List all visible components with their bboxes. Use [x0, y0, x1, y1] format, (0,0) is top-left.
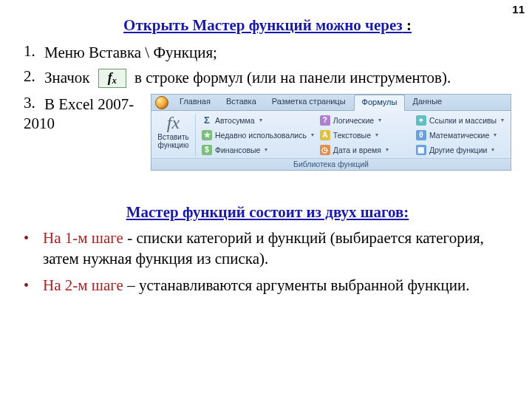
financial-icon: $ — [202, 145, 212, 155]
lookup-button[interactable]: ⌖Ссылки и массивы▾ — [416, 114, 506, 127]
fx-icon: fx — [98, 69, 126, 88]
chevron-down-icon: ▾ — [494, 132, 497, 138]
chevron-down-icon: ▾ — [259, 117, 262, 123]
ribbon-body: fx Вставить функцию ΣАвтосумма▾ ?Логичес… — [151, 111, 511, 158]
chevron-down-icon: ▾ — [375, 132, 378, 138]
heading-text: Открыть Мастер функций можно через — [123, 16, 403, 34]
chevron-down-icon: ▾ — [311, 132, 314, 138]
insert-function-label: Вставить функцию — [156, 133, 191, 149]
clock-icon: ◷ — [320, 145, 330, 155]
list-text: В Excel 2007- — [44, 94, 143, 115]
chevron-down-icon: ▾ — [386, 146, 389, 153]
recent-button[interactable]: ★Недавно использовались▾ — [202, 129, 314, 142]
list-left-column: 3. В Excel 2007- 2010 — [24, 94, 143, 133]
page-number: 11 — [512, 3, 525, 16]
btn-label: Логические — [333, 116, 374, 125]
btn-label: Ссылки и массивы — [429, 116, 497, 125]
math-icon: θ — [416, 130, 426, 140]
more-functions-button[interactable]: ▦Другие функции▾ — [416, 143, 506, 157]
chevron-down-icon: ▾ — [501, 117, 504, 123]
list-text-year: 2010 — [24, 115, 143, 133]
btn-label: Дата и время — [333, 146, 381, 154]
step-2-text: – устанавливаются аргументы выбранной фу… — [123, 276, 470, 294]
datetime-button[interactable]: ◷Дата и время▾ — [320, 143, 410, 157]
bullet-icon: • — [24, 228, 43, 245]
list-number: 2. — [24, 67, 44, 86]
heading-two-steps: Мастер функций состоит из двух шагов: — [24, 203, 511, 222]
btn-label: Финансовые — [215, 146, 260, 154]
insert-function-button[interactable]: fx Вставить функцию — [156, 114, 196, 157]
ribbon-group-caption: Библиотека функций — [151, 158, 511, 170]
chevron-down-icon: ▾ — [491, 146, 494, 153]
list-item: • На 1-м шаге - списки категорий и функц… — [24, 228, 511, 270]
step-1-label: На 1-м шаге — [43, 229, 123, 247]
list-item: • На 2-м шаге – устанавливаются аргумент… — [24, 275, 511, 296]
sigma-icon: Σ — [202, 115, 212, 126]
step-2-label: На 2-м шаге — [43, 276, 123, 294]
excel-ribbon: Главная Вставка Разметка страницы Формул… — [151, 94, 511, 171]
orb-circle-icon — [155, 96, 168, 109]
list-item: 2. Значок fx в строке формул (или на пан… — [24, 67, 511, 89]
heading-colon: : — [403, 16, 412, 34]
bullet-icon: • — [24, 275, 43, 293]
office-orb-icon[interactable] — [151, 95, 172, 111]
tab-data[interactable]: Данные — [405, 95, 450, 110]
steps-list: • На 1-м шаге - списки категорий и функц… — [24, 228, 511, 296]
list-number: 3. — [24, 94, 44, 115]
list-text-part: в строке формул (или на панели инструмен… — [134, 69, 451, 86]
list-item: 1. Меню Вставка \ Функция; — [24, 42, 511, 63]
list-item: 3. В Excel 2007- 2010 Главная Вставка Ра… — [24, 94, 511, 171]
recent-icon: ★ — [202, 130, 212, 140]
step-body: На 1-м шаге - списки категорий и функций… — [43, 228, 511, 270]
autosum-button[interactable]: ΣАвтосумма▾ — [202, 114, 314, 127]
ribbon-tabs: Главная Вставка Разметка страницы Формул… — [151, 95, 511, 111]
more-icon: ▦ — [416, 145, 426, 155]
step-body: На 2-м шаге – устанавливаются аргументы … — [43, 275, 511, 296]
btn-label: Другие функции — [429, 146, 487, 154]
ribbon-button-grid: ΣАвтосумма▾ ?Логические▾ ⌖Ссылки и масси… — [202, 114, 506, 157]
tab-formulas[interactable]: Формулы — [354, 95, 406, 111]
text-icon: A — [320, 130, 330, 140]
btn-label: Недавно использовались — [215, 131, 307, 140]
math-button[interactable]: θМатематические▾ — [416, 129, 506, 142]
tab-home[interactable]: Главная — [172, 95, 219, 110]
logical-icon: ? — [320, 115, 330, 126]
heading-open-wizard: Открыть Мастер функций можно через : — [24, 16, 511, 35]
chevron-down-icon: ▾ — [265, 146, 267, 153]
list-text-part: Значок — [44, 69, 90, 86]
tab-layout[interactable]: Разметка страницы — [265, 95, 354, 110]
list-number: 1. — [24, 42, 44, 61]
open-methods-list: 1. Меню Вставка \ Функция; 2. Значок fx … — [24, 42, 511, 171]
btn-label: Математические — [429, 131, 489, 140]
list-text: Меню Вставка \ Функция; — [44, 42, 511, 63]
logical-button[interactable]: ?Логические▾ — [320, 114, 410, 127]
chevron-down-icon: ▾ — [378, 117, 381, 123]
text-button[interactable]: AТекстовые▾ — [320, 129, 410, 142]
fx-x: x — [112, 75, 117, 86]
fx-large-icon: fx — [156, 114, 191, 132]
list-text: Значок fx в строке формул (или на панели… — [44, 67, 511, 89]
lookup-icon: ⌖ — [416, 115, 426, 126]
financial-button[interactable]: $Финансовые▾ — [202, 143, 314, 157]
btn-label: Текстовые — [333, 131, 371, 140]
tab-insert[interactable]: Вставка — [219, 95, 265, 110]
btn-label: Автосумма — [215, 116, 255, 125]
